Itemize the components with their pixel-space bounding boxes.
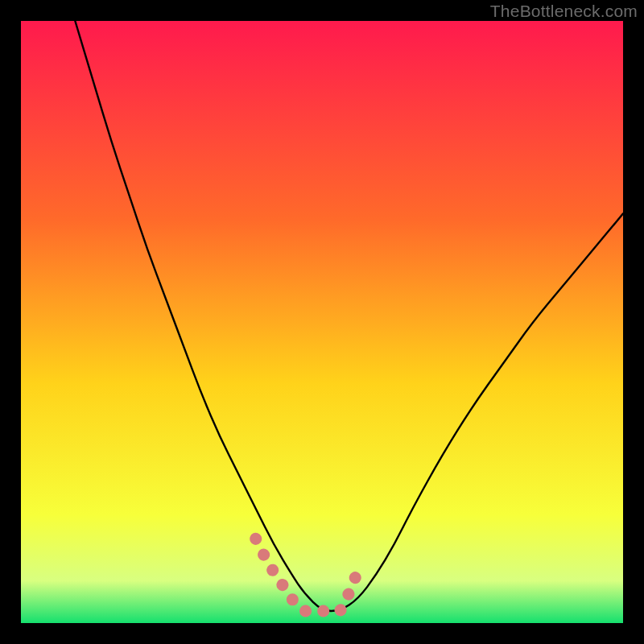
watermark-text: TheBottleneck.com <box>490 2 638 21</box>
chart-svg <box>21 21 623 623</box>
chart-frame: TheBottleneck.com <box>0 0 644 644</box>
plot-area <box>21 21 623 623</box>
